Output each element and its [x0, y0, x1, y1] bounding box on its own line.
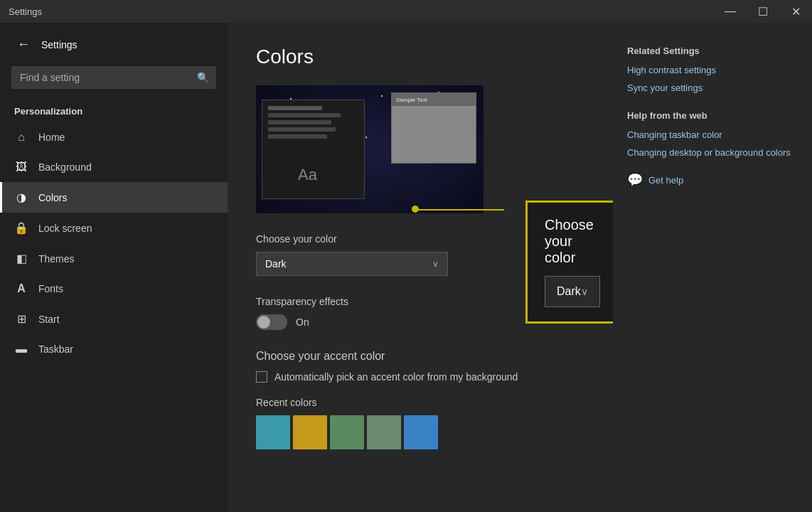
preview-line	[268, 113, 341, 117]
chevron-down-icon: ∨	[432, 259, 439, 269]
sidebar-section-title: Personalization	[0, 100, 228, 122]
sidebar-item-lockscreen[interactable]: 🔒 Lock screen	[0, 213, 228, 243]
sidebar-item-start[interactable]: ⊞ Start	[0, 304, 228, 334]
sidebar-item-home[interactable]: ⌂ Home	[0, 122, 228, 152]
accent-title: Choose your accent color	[256, 350, 584, 363]
search-box: 🔍	[11, 66, 216, 89]
background-icon: 🖼	[14, 161, 28, 174]
search-icon: 🔍	[197, 72, 209, 83]
title-bar-left: Settings	[9, 6, 42, 17]
help-from-web-title: Help from the web	[627, 110, 798, 121]
sidebar: ← Settings 🔍 Personalization ⌂ Home 🖼 Ba…	[0, 23, 228, 512]
preview-line	[268, 134, 327, 139]
accent-color-section: Choose your accent color Automatically p…	[256, 350, 584, 449]
fonts-icon: A	[14, 282, 28, 295]
get-help-link[interactable]: Get help	[648, 175, 683, 186]
sidebar-item-label: Background	[38, 161, 92, 173]
page-title: Colors	[256, 46, 584, 68]
color-preview: Aa Sample Text	[256, 85, 484, 213]
sidebar-item-label: Home	[38, 132, 65, 143]
callout-box: Choose your color Dark ∨	[525, 201, 613, 324]
preview-dark-lines	[268, 106, 358, 139]
sidebar-item-colors[interactable]: ◑ Colors	[0, 182, 228, 213]
color-swatch-gold[interactable]	[293, 415, 327, 449]
callout-title: Choose your color	[545, 217, 600, 266]
color-swatch-blue[interactable]	[404, 415, 438, 449]
preview-aa-label: Aa	[298, 166, 317, 184]
auto-accent-row: Automatically pick an accent color from …	[256, 371, 584, 383]
colors-icon: ◑	[14, 191, 28, 204]
auto-accent-label: Automatically pick an accent color from …	[274, 371, 518, 383]
sidebar-item-fonts[interactable]: A Fonts	[0, 274, 228, 304]
title-bar: Settings — ☐ ✕	[0, 0, 812, 23]
sidebar-header: ← Settings	[0, 23, 228, 60]
star	[365, 137, 367, 138]
sidebar-item-label: Fonts	[38, 283, 63, 294]
preview-light-window: Sample Text	[391, 92, 476, 164]
right-panel: Related Settings High contrast settings …	[613, 23, 812, 512]
auto-accent-checkbox[interactable]	[256, 371, 267, 383]
toggle-label: On	[296, 316, 309, 328]
color-swatch-sage[interactable]	[367, 415, 401, 449]
sidebar-item-label: Themes	[38, 253, 75, 265]
settings-title: Settings	[9, 6, 42, 17]
main-content: Colors	[228, 23, 613, 512]
lock-icon: 🔒	[14, 221, 28, 235]
sidebar-app-title: Settings	[41, 39, 78, 50]
home-icon: ⌂	[14, 131, 28, 144]
preview-dark-window: Aa	[262, 100, 365, 199]
related-settings-title: Related Settings	[627, 46, 798, 56]
star	[381, 95, 383, 97]
back-button[interactable]: ←	[14, 34, 33, 55]
start-icon: ⊞	[14, 312, 28, 326]
callout-dropdown[interactable]: Dark ∨	[545, 276, 600, 307]
preview-line	[268, 120, 331, 124]
sidebar-item-label: Lock screen	[38, 223, 92, 234]
changing-taskbar-link[interactable]: Changing taskbar color	[627, 129, 798, 140]
preview-line	[268, 127, 336, 132]
toggle-knob	[257, 316, 270, 329]
sidebar-item-taskbar[interactable]: ▬ Taskbar	[0, 334, 228, 364]
preview-line	[268, 106, 322, 110]
transparency-toggle[interactable]	[256, 314, 287, 330]
search-input[interactable]	[11, 66, 216, 89]
themes-icon: ◧	[14, 252, 28, 265]
taskbar-icon: ▬	[14, 343, 28, 356]
sidebar-item-label: Start	[38, 314, 60, 325]
content-area: Colors	[228, 23, 812, 512]
preview-sample-text: Sample Text	[396, 97, 427, 103]
title-bar-controls: — ☐ ✕	[714, 0, 812, 23]
maximize-button[interactable]: ☐	[747, 0, 779, 23]
chat-icon: 💬	[627, 172, 643, 188]
sync-settings-link[interactable]: Sync your settings	[627, 82, 798, 93]
sidebar-item-themes[interactable]: ◧ Themes	[0, 243, 228, 274]
app-body: ← Settings 🔍 Personalization ⌂ Home 🖼 Ba…	[0, 23, 812, 512]
color-swatch-teal[interactable]	[256, 415, 290, 449]
sidebar-item-label: Taskbar	[38, 343, 73, 355]
color-dropdown-value: Dark	[265, 258, 287, 270]
get-help-row: 💬 Get help	[627, 172, 798, 188]
sidebar-item-label: Colors	[38, 192, 67, 203]
color-swatches	[256, 415, 584, 449]
changing-desktop-link[interactable]: Changing desktop or background colors	[627, 147, 798, 158]
high-contrast-link[interactable]: High contrast settings	[627, 65, 798, 75]
recent-colors-title: Recent colors	[256, 397, 584, 408]
color-swatch-green[interactable]	[330, 415, 364, 449]
close-button[interactable]: ✕	[779, 0, 812, 23]
callout-dropdown-value: Dark	[557, 285, 581, 298]
sidebar-item-background[interactable]: 🖼 Background	[0, 152, 228, 182]
preview-light-body	[392, 106, 476, 163]
preview-light-titlebar: Sample Text	[392, 93, 476, 106]
minimize-button[interactable]: —	[714, 0, 747, 23]
callout-chevron-down-icon: ∨	[581, 286, 588, 297]
color-dropdown[interactable]: Dark ∨	[256, 252, 448, 276]
